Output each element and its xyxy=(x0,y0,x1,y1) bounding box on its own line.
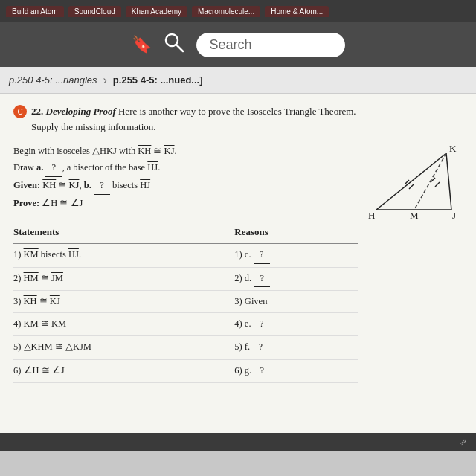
blank-a: ? xyxy=(45,159,62,177)
reason-2: 2) d. ? xyxy=(219,267,358,290)
body-line1: Begin with isosceles △HKJ with KH ≅ KJ. xyxy=(13,143,358,160)
tab-khan-academy[interactable]: Khan Academy xyxy=(126,6,187,17)
given-hj: HJ xyxy=(140,180,150,190)
bottom-bar: ⇗ xyxy=(0,433,476,451)
breadcrumb-prev[interactable]: p.250 4-5: ...riangles xyxy=(9,74,97,86)
table-row: 2) HM ≅ JM 2) d. ? xyxy=(13,267,358,290)
angle-j xyxy=(71,198,80,208)
given-line: Given: KH ≅ KJ, b. ? bisects HJ xyxy=(13,177,358,196)
statement-4: 4) KM ≅ KM xyxy=(13,313,219,336)
blank-b: ? xyxy=(94,177,110,196)
tab-build-atom[interactable]: Build an Atom xyxy=(6,6,64,17)
table-row: 5) △KHM ≅ △KJM 5) f. ? xyxy=(13,336,358,359)
bookmark-icon[interactable]: 🔖 xyxy=(132,35,152,54)
tick-kh-2 xyxy=(409,184,414,189)
label-h: H xyxy=(368,210,375,221)
angle-h xyxy=(42,198,51,208)
col-reasons: Reasons xyxy=(219,220,358,244)
breadcrumb-separator: › xyxy=(103,74,107,87)
given-section: Given: KH ≅ KJ, b. ? bisects HJ Prove: H… xyxy=(13,177,358,213)
reason-1: 1) c. ? xyxy=(219,244,358,267)
table-row: 1) KM bisects HJ. 1) c. ? xyxy=(13,244,358,267)
reason-5: 5) f. ? xyxy=(219,336,358,359)
browser-toolbar: Build an Atom SoundCloud Khan Academy Ma… xyxy=(0,0,476,22)
table-row: 4) KM ≅ KM 4) e. ? xyxy=(13,313,358,336)
reason-3: 3) Given xyxy=(219,290,358,312)
tick-kj-2 xyxy=(435,182,440,187)
main-content: C 22. Developing Proof Here is another w… xyxy=(0,94,476,451)
proof-table: Statements Reasons 1) KM bisects HJ. 1) … xyxy=(13,220,358,383)
kj-bar: KJ xyxy=(164,146,175,156)
reason-4: 4) e. ? xyxy=(219,313,358,336)
body-line2: Draw a. ?, a bisector of the base HJ. xyxy=(13,159,358,177)
tab-soundcloud[interactable]: SoundCloud xyxy=(68,6,121,17)
triangle-svg: K H M J xyxy=(366,143,463,225)
svg-line-1 xyxy=(176,45,183,51)
content-area: Begin with isosceles △HKJ with KH ≅ KJ. … xyxy=(13,143,463,383)
tab-macromolecule[interactable]: Macromolecule... xyxy=(192,6,260,17)
search-bar-area: 🔖 Search xyxy=(0,22,476,67)
col-statements: Statements xyxy=(13,220,219,244)
side-kh xyxy=(376,153,446,210)
statement-1: 1) KM bisects HJ. xyxy=(13,244,219,267)
search-icon[interactable] xyxy=(164,32,184,57)
given-kj: KJ xyxy=(69,180,80,190)
label-m: M xyxy=(410,210,419,221)
bisector-km xyxy=(414,153,446,210)
given-kh: KH xyxy=(42,180,56,190)
side-kj xyxy=(446,153,451,210)
reason-6: 6) g. ? xyxy=(219,359,358,382)
problem-number: 22. Developing Proof xyxy=(31,106,116,117)
statement-2: 2) HM ≅ JM xyxy=(13,267,219,290)
breadcrumb: p.250 4-5: ...riangles › p.255 4-5: ...n… xyxy=(0,67,476,94)
label-j: J xyxy=(452,210,456,221)
prove-line: Prove: H ≅ J xyxy=(13,195,358,213)
table-row: 3) KH ≅ KJ 3) Given xyxy=(13,290,358,312)
problem-header: C 22. Developing Proof Here is another w… xyxy=(13,104,463,135)
search-input[interactable]: Search xyxy=(196,33,345,57)
statement-5: 5) △KHM ≅ △KJM xyxy=(13,336,219,359)
problem-body: Begin with isosceles △HKJ with KH ≅ KJ. … xyxy=(13,143,358,383)
statement-6: 6) ∠H ≅ ∠J xyxy=(13,359,219,382)
label-k: K xyxy=(449,143,457,154)
hj-bar: HJ xyxy=(147,162,158,173)
problem-text: 22. Developing Proof Here is another way… xyxy=(31,104,356,135)
tab-home-atom[interactable]: Home & Atom... xyxy=(265,6,329,17)
breadcrumb-current: p.255 4-5: ...nued...] xyxy=(113,74,203,86)
problem-icon: C xyxy=(13,105,27,118)
triangle-diagram: K H M J xyxy=(366,143,463,228)
statement-3: 3) KH ≅ KJ xyxy=(13,290,219,312)
table-row: 6) ∠H ≅ ∠J 6) g. ? xyxy=(13,359,358,382)
kh-bar: KH xyxy=(138,146,151,156)
resize-icon: ⇗ xyxy=(460,437,467,448)
